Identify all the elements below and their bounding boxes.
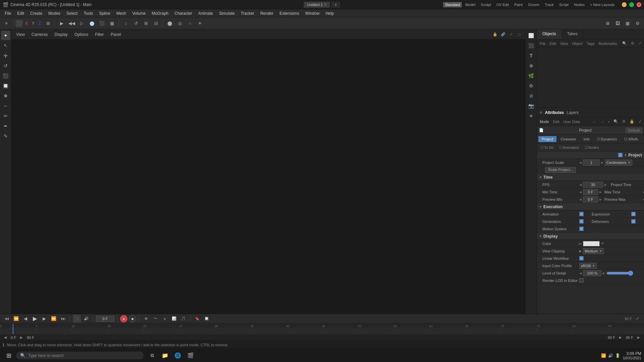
toolbar-x[interactable]: X xyxy=(24,21,29,26)
prop-color-swatch[interactable] xyxy=(583,241,600,246)
layout-track[interactable]: Track xyxy=(543,2,556,7)
prop-mintime-input[interactable] xyxy=(583,189,598,195)
layout-nodes[interactable]: Nodes xyxy=(572,2,587,7)
toolbar-circle[interactable]: ○ xyxy=(185,19,194,28)
prop-scale-arrow-right[interactable]: ▶ xyxy=(601,161,603,164)
tc-curve-icon[interactable]: 〜 xyxy=(151,315,159,323)
layout-uvedit[interactable]: UV Edit xyxy=(494,2,511,7)
prop-viewclip-expand[interactable]: ▶ xyxy=(579,249,582,253)
vp-view[interactable]: View xyxy=(14,32,27,38)
tc-snap-icon[interactable]: 🔲 xyxy=(203,315,211,323)
toolbar-render-all[interactable]: ▦ xyxy=(623,19,632,28)
taskbar-search-bar[interactable]: 🔍 Type here to search xyxy=(16,352,144,359)
obj-object-menu[interactable]: Object xyxy=(571,41,584,46)
section-execution-header[interactable]: ▼ Execution xyxy=(537,203,644,210)
menu-file[interactable]: File xyxy=(2,10,14,16)
toolbar-render[interactable]: ◀◀ xyxy=(67,19,76,28)
prop-prevmin-right[interactable]: ▶ xyxy=(599,198,602,201)
tc-last-frame[interactable]: ⏭ xyxy=(59,315,67,323)
toolbar-render-play[interactable]: ▷ xyxy=(77,19,86,28)
tab-close-btn[interactable]: ✕ xyxy=(324,3,327,6)
prop-gen-checkbox[interactable]: ✓ xyxy=(579,219,584,224)
menu-create[interactable]: Create xyxy=(28,10,45,16)
toolbar-dot[interactable]: ⬤ xyxy=(165,19,174,28)
prop-maxtime-left[interactable]: ◀ xyxy=(643,190,644,194)
menu-tools[interactable]: Tools xyxy=(81,10,96,16)
tc-record-audio[interactable]: 🔊 xyxy=(82,315,90,323)
attr-tab-cineware[interactable]: Cineware xyxy=(557,136,579,142)
attr-filter-icon[interactable]: ⚙ xyxy=(621,119,627,124)
attr-edit-btn[interactable]: Edit xyxy=(552,119,561,124)
tool-snap[interactable]: 🔲 xyxy=(1,81,10,90)
menu-volume[interactable]: Volume xyxy=(129,10,148,16)
icon-strip-box[interactable]: ⬛ xyxy=(527,41,536,50)
obj-settings-icon[interactable]: ⚙ xyxy=(630,41,636,46)
prop-fps-left[interactable]: ◀ xyxy=(579,183,582,186)
prop-anim-checkbox[interactable]: ✓ xyxy=(579,212,584,216)
tc-frame-input[interactable] xyxy=(96,316,114,322)
toolbar-target[interactable]: ◎ xyxy=(175,19,184,28)
prop-def-checkbox[interactable]: ✓ xyxy=(631,219,636,224)
tool-move[interactable]: ↖ xyxy=(1,41,10,50)
tab-new[interactable]: + xyxy=(331,2,340,8)
tc-prev-frame[interactable]: ◀ xyxy=(21,315,30,323)
toolbar-settings-cog[interactable]: ⚙ xyxy=(633,19,642,28)
toolbar-rotate[interactable]: ↺ xyxy=(131,19,140,28)
tc-dope-icon[interactable]: ≡ xyxy=(161,315,169,323)
layout-new[interactable]: + New Layouts xyxy=(588,2,616,7)
tc-first-frame[interactable]: ⏮ xyxy=(3,315,11,323)
menu-help[interactable]: Help xyxy=(323,10,337,16)
toolbar-render-preview[interactable]: ▶ xyxy=(57,19,66,28)
icon-strip-target[interactable]: ⊕ xyxy=(527,61,536,70)
layout-model[interactable]: Model xyxy=(463,2,477,7)
prop-mintime-left[interactable]: ◀ xyxy=(579,190,582,194)
menu-animate[interactable]: Animate xyxy=(196,10,216,16)
taskbar-edge[interactable]: 🌐 xyxy=(172,350,184,362)
scale-project-button[interactable]: Scale Project... xyxy=(545,167,576,173)
attr-search-icon[interactable]: 🔍 xyxy=(612,119,620,124)
layout-groom[interactable]: Groom xyxy=(526,2,541,7)
prop-fps-input[interactable] xyxy=(583,182,603,188)
prop-expr-checkbox[interactable]: ✓ xyxy=(631,212,636,216)
prop-prevmin-left[interactable]: ◀ xyxy=(579,198,582,201)
prop-color-pencil[interactable]: ✏ xyxy=(601,241,604,246)
icon-strip-sun[interactable]: ☀ xyxy=(527,111,536,121)
vp-options[interactable]: Options xyxy=(72,32,90,38)
tab-takes[interactable]: Takes xyxy=(562,29,583,39)
prop-inputcolor-dropdown[interactable]: sRGB ▼ xyxy=(579,263,597,269)
toolbar-grid3[interactable]: ⊟ xyxy=(152,19,160,28)
prop-scale-unit-dropdown[interactable]: Centimeters ▼ xyxy=(605,160,632,166)
prop-lod-left[interactable]: ◀ xyxy=(579,272,582,275)
attr-sub-nodes[interactable]: ◻ Nodes xyxy=(583,144,601,150)
toolbar-render-view[interactable]: 🖼 xyxy=(613,19,622,28)
prop-scale-input[interactable] xyxy=(583,160,600,166)
icon-strip-plant[interactable]: 🌿 xyxy=(527,71,536,80)
tc-next-keyframe[interactable]: ⏩ xyxy=(50,315,58,323)
attr-hamburger-icon[interactable]: ≡ xyxy=(540,110,542,115)
tool-paint[interactable]: ✏ xyxy=(1,111,10,121)
tc-audio-icon[interactable]: 🎵 xyxy=(179,315,187,323)
taskbar-cinema4d[interactable]: 🎬 xyxy=(184,350,197,362)
vp-cameras[interactable]: Cameras xyxy=(30,32,50,38)
tc-next-frame[interactable]: ▶ xyxy=(40,315,48,323)
toolbar-sun[interactable]: ☀ xyxy=(196,19,204,28)
tool-move2[interactable]: ✛ xyxy=(1,51,10,60)
toolbar-cube[interactable]: ⬛ xyxy=(98,19,106,28)
menu-modes[interactable]: Modes xyxy=(46,10,63,16)
attr-lock-icon[interactable]: 🔒 xyxy=(628,119,636,124)
attr-sub-animation[interactable]: ◻ Animation xyxy=(557,144,581,150)
prop-lod-right[interactable]: ▶ xyxy=(603,272,605,275)
tc-timeline-icon[interactable]: 📊 xyxy=(170,315,178,323)
layout-standard[interactable]: Standard xyxy=(443,2,462,7)
menu-mograph[interactable]: MoGraph xyxy=(149,10,171,16)
attr-tab-xrefs[interactable]: ◻ XRefs xyxy=(621,136,641,142)
vp-expand-icon[interactable]: ⤢ xyxy=(508,31,515,38)
menu-tracker[interactable]: Tracker xyxy=(238,10,257,16)
icon-strip-slash[interactable]: ⊘ xyxy=(527,91,536,101)
toolbar-grid2[interactable]: ⊞ xyxy=(142,19,150,28)
tool-eraser[interactable]: ✎ xyxy=(1,131,10,141)
prop-scale-arrow-left[interactable]: ◀ xyxy=(579,161,582,164)
toolbar-grid[interactable]: ▦ xyxy=(108,19,116,28)
attr-tab-attributes[interactable]: Attributes xyxy=(545,110,564,115)
attr-doc-icon[interactable]: 📄 xyxy=(539,128,544,132)
